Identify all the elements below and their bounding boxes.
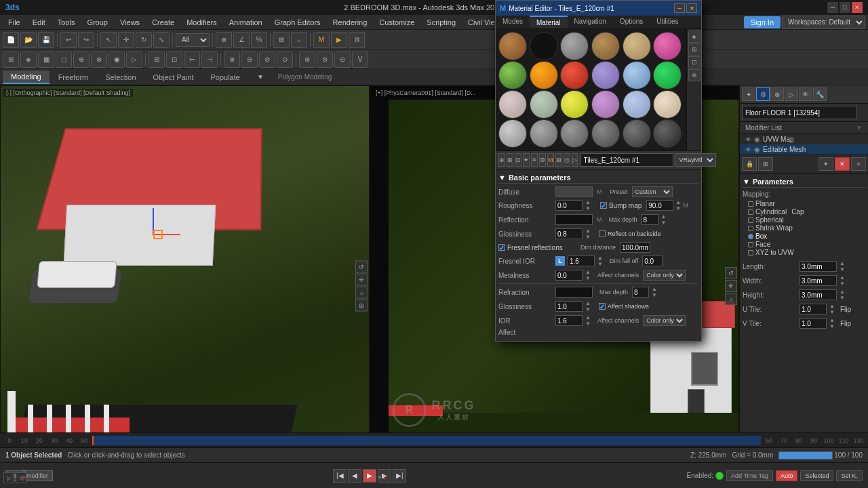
material-editor-btn[interactable]: M bbox=[313, 32, 330, 48]
metalness-input[interactable] bbox=[555, 270, 583, 281]
fresnel-checkbox[interactable]: ✓ bbox=[498, 244, 505, 251]
vp-nav-pan[interactable]: ✛ bbox=[355, 274, 368, 286]
mat-backlit[interactable]: ◎ bbox=[564, 153, 570, 167]
swatch-24[interactable] bbox=[653, 119, 682, 148]
save-btn[interactable]: 💾 bbox=[38, 32, 54, 48]
tab-modeling[interactable]: Modeling bbox=[3, 70, 50, 84]
mat-side-btn3[interactable]: ⊡ bbox=[688, 56, 701, 68]
reflect-backside-check[interactable] bbox=[599, 230, 606, 237]
lock-modifier-btn[interactable]: 🔒 bbox=[742, 157, 757, 171]
close-btn[interactable]: ✕ bbox=[852, 2, 863, 13]
ortho-viewport[interactable]: [-] [Orthographic] [Standard] [Default S… bbox=[0, 85, 370, 487]
maximize-btn[interactable]: □ bbox=[840, 2, 850, 13]
object-name-field[interactable] bbox=[742, 106, 857, 119]
go-end-btn[interactable]: ▶| bbox=[393, 469, 406, 483]
swatch-4[interactable] bbox=[591, 32, 620, 60]
menu-views[interactable]: Views bbox=[115, 17, 145, 28]
rp-modify-icon[interactable]: ⚙ bbox=[756, 87, 770, 101]
max-depth-spinner[interactable]: ▲▼ bbox=[661, 214, 667, 226]
mapping-planar[interactable]: Planar bbox=[748, 200, 865, 207]
vp-nav-orbit[interactable]: ↺ bbox=[355, 261, 368, 273]
mat-tab-utilities[interactable]: Utilities bbox=[650, 16, 685, 28]
menu-graph-editors[interactable]: Graph Editors bbox=[269, 17, 326, 28]
mat-minimize-btn[interactable]: ─ bbox=[674, 3, 685, 13]
tb2-14[interactable]: ⊖ bbox=[241, 52, 258, 68]
mat-close-btn[interactable]: ✕ bbox=[686, 3, 697, 13]
width-spinner[interactable]: ▲▼ bbox=[840, 274, 845, 287]
mat-side-btn1[interactable]: ◈ bbox=[688, 30, 701, 43]
render-setup-btn[interactable]: ⚙ bbox=[349, 32, 365, 48]
vp-nav-fit[interactable]: ⊞ bbox=[355, 300, 368, 312]
mat-assign[interactable]: ⊡ bbox=[515, 153, 521, 167]
mapping-face[interactable]: Face bbox=[748, 241, 865, 248]
enabled-indicator[interactable] bbox=[715, 472, 724, 480]
tab-selection[interactable]: Selection bbox=[97, 71, 144, 83]
reflection-color-swatch[interactable] bbox=[555, 214, 593, 225]
view-dropdown[interactable]: All bbox=[176, 33, 210, 47]
bump-value-input[interactable] bbox=[646, 200, 673, 211]
tb2-8[interactable]: ▷ bbox=[126, 52, 142, 68]
swatch-10[interactable] bbox=[591, 61, 620, 89]
swatch-13[interactable] bbox=[498, 90, 527, 119]
auto-btn[interactable]: Auto bbox=[776, 470, 798, 481]
refraction-color-swatch[interactable] bbox=[555, 287, 593, 298]
mat-tab-modes[interactable]: Modes bbox=[496, 16, 530, 28]
gloss-spinner[interactable]: ▲▼ bbox=[585, 228, 591, 240]
swatch-6[interactable] bbox=[653, 32, 682, 60]
cam-vp-nav-orbit[interactable]: ↺ bbox=[725, 267, 737, 279]
mat-name-input[interactable] bbox=[580, 153, 673, 167]
mirror-btn[interactable]: ⊞ bbox=[273, 32, 290, 48]
tb2-3[interactable]: ▦ bbox=[38, 52, 54, 68]
menu-edit[interactable]: Edit bbox=[27, 17, 51, 28]
menu-customize[interactable]: Customize bbox=[374, 17, 420, 28]
rp-display-icon[interactable]: 👁 bbox=[799, 87, 812, 101]
tb2-12[interactable]: ⊣ bbox=[201, 52, 218, 68]
tb2-5[interactable]: ⊕ bbox=[73, 52, 90, 68]
rp-motion-icon[interactable]: ▷ bbox=[785, 87, 798, 101]
mapping-shrink-wrap[interactable]: Shrink Wrap bbox=[748, 224, 865, 232]
rp-utility-icon[interactable]: 🔧 bbox=[813, 87, 827, 101]
mat-type-dropdown[interactable]: VRayMtl bbox=[675, 153, 716, 167]
align-btn[interactable]: ⫠ bbox=[291, 32, 307, 48]
mat-put-to-scene[interactable]: ⊞ bbox=[507, 153, 513, 167]
set-k-btn[interactable]: Set K. bbox=[836, 470, 863, 481]
metalness-spinner[interactable]: ▲▼ bbox=[585, 269, 591, 281]
glossiness-input[interactable] bbox=[555, 228, 583, 239]
vtile-input[interactable] bbox=[800, 318, 827, 329]
swatch-5[interactable] bbox=[623, 32, 651, 60]
mat-get-from-scene[interactable]: ⊕ bbox=[498, 153, 505, 167]
width-input[interactable] bbox=[800, 275, 837, 286]
mapping-cylindrical[interactable]: Cylindrical Cap bbox=[748, 208, 865, 216]
populate-settings[interactable]: ▼ bbox=[249, 71, 272, 83]
percent-snap-btn[interactable]: % bbox=[251, 32, 267, 48]
mapping-xyz-uvw[interactable]: XYZ to UVW bbox=[748, 249, 865, 256]
tb2-6[interactable]: ⊗ bbox=[91, 52, 107, 68]
menu-rendering[interactable]: Rendering bbox=[328, 17, 373, 28]
mat-options2[interactable]: ⚙ bbox=[539, 153, 546, 167]
dim-dist-input[interactable] bbox=[620, 242, 650, 253]
swatch-2[interactable] bbox=[530, 32, 558, 60]
tb2-20[interactable]: V bbox=[352, 52, 368, 68]
swatch-3[interactable] bbox=[560, 32, 589, 60]
tab-populate[interactable]: Populate bbox=[202, 71, 248, 83]
prev-frame-btn[interactable]: ◀ bbox=[348, 469, 361, 483]
mat-side-btn4[interactable]: ⊕ bbox=[688, 69, 701, 81]
swatch-18[interactable] bbox=[653, 90, 682, 119]
utile-spinner[interactable]: ▲▼ bbox=[829, 303, 835, 315]
uvw-eye-icon[interactable]: 👁 bbox=[745, 136, 751, 143]
swatch-22[interactable] bbox=[591, 119, 620, 148]
mat-side-btn2[interactable]: ⊞ bbox=[688, 43, 701, 56]
mat-tab-navigation[interactable]: Navigation bbox=[568, 16, 613, 28]
bump-checkbox[interactable]: ✓ bbox=[600, 202, 607, 209]
menu-animation[interactable]: Animation bbox=[224, 17, 268, 28]
height-spinner[interactable]: ▲▼ bbox=[840, 289, 845, 301]
tab-object-paint[interactable]: Object Paint bbox=[145, 71, 202, 83]
menu-create[interactable]: Create bbox=[146, 17, 180, 28]
menu-file[interactable]: File bbox=[3, 17, 26, 28]
tb2-2[interactable]: ◈ bbox=[20, 52, 37, 68]
redo-btn[interactable]: ↪ bbox=[78, 32, 94, 48]
open-btn[interactable]: 📂 bbox=[20, 32, 37, 48]
preset-dropdown[interactable]: Custom bbox=[632, 186, 673, 197]
menu-tools[interactable]: Tools bbox=[52, 17, 81, 28]
mat-show-bgnd[interactable]: ⊞ bbox=[555, 153, 562, 167]
